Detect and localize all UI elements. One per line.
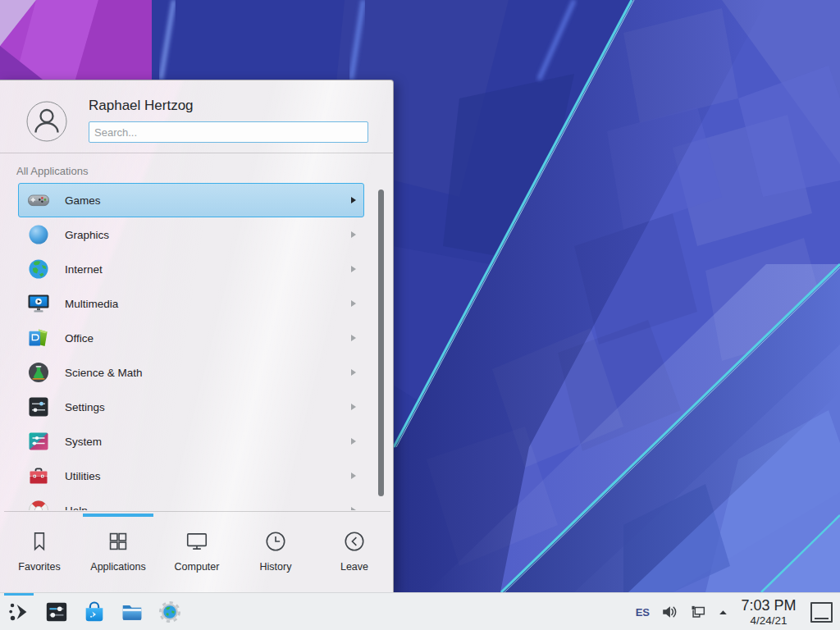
user-name: Raphael Hertzog xyxy=(89,98,194,114)
tab-applications[interactable]: Applications xyxy=(79,511,158,593)
gamepad-icon xyxy=(27,189,50,212)
settings-icon xyxy=(27,395,50,418)
menu-category-utilities[interactable]: Utilities xyxy=(18,459,364,493)
clock-time: 7:03 PM xyxy=(739,598,798,613)
application-launcher-menu: Raphael Hertzog All Applications Games G… xyxy=(0,80,394,592)
clock-icon xyxy=(263,529,288,554)
tray-expander-icon[interactable] xyxy=(718,607,728,618)
help-icon xyxy=(27,499,50,510)
system-settings-icon xyxy=(44,600,69,624)
desktop: Raphael Hertzog All Applications Games G… xyxy=(0,0,840,630)
menu-category-multimedia[interactable]: Multimedia xyxy=(18,286,364,321)
digital-clock[interactable]: 7:03 PM 4/24/21 xyxy=(739,598,798,627)
leave-icon xyxy=(342,529,367,554)
submenu-arrow-icon xyxy=(351,369,356,376)
submenu-arrow-icon xyxy=(351,507,356,510)
submenu-arrow-icon xyxy=(351,438,356,445)
submenu-arrow-icon xyxy=(351,266,356,272)
launcher-header: Raphael Hertzog xyxy=(0,80,393,153)
science-icon xyxy=(27,361,50,384)
menu-category-science-math[interactable]: Science & Math xyxy=(18,355,364,390)
taskbar-application-launcher[interactable] xyxy=(0,593,38,630)
category-list: Games Graphics Internet Multimedia Offic… xyxy=(0,182,394,510)
browser-icon xyxy=(158,600,182,624)
volume-icon[interactable] xyxy=(660,603,678,621)
menu-category-settings[interactable]: Settings xyxy=(18,390,364,424)
taskbar-file-manager[interactable] xyxy=(113,593,151,630)
menu-category-system[interactable]: System xyxy=(18,424,364,459)
discover-icon xyxy=(82,600,107,624)
globe-icon xyxy=(27,258,50,281)
grid-icon xyxy=(106,529,130,554)
search-input[interactable] xyxy=(89,121,368,143)
submenu-arrow-icon xyxy=(351,197,356,203)
submenu-arrow-icon xyxy=(351,335,356,341)
dolphin-icon xyxy=(120,600,144,624)
graphics-icon xyxy=(27,223,50,246)
menu-category-help[interactable]: Help xyxy=(18,493,364,510)
scrollbar-thumb[interactable] xyxy=(378,189,384,496)
user-avatar-icon xyxy=(26,101,67,142)
show-desktop-button[interactable] xyxy=(810,602,833,623)
submenu-arrow-icon xyxy=(351,472,356,479)
taskbar-system-settings[interactable] xyxy=(38,593,75,630)
launcher-tab-bar: Favorites Applications Computer History … xyxy=(0,511,394,593)
utilities-icon xyxy=(27,464,50,487)
taskbar: ES 7:03 PM 4/24/21 xyxy=(0,592,840,630)
menu-category-office[interactable]: Office xyxy=(18,321,364,355)
kickoff-icon xyxy=(7,600,31,624)
menu-category-internet[interactable]: Internet xyxy=(18,252,364,286)
keyboard-layout-indicator[interactable]: ES xyxy=(636,606,650,619)
submenu-arrow-icon xyxy=(351,404,356,410)
clock-date: 4/24/21 xyxy=(739,615,798,627)
taskbar-web-browser[interactable] xyxy=(151,593,189,630)
office-icon xyxy=(27,326,50,349)
tab-computer[interactable]: Computer xyxy=(158,511,236,593)
section-label: All Applications xyxy=(16,165,88,177)
computer-icon xyxy=(185,529,209,554)
system-tray: ES 7:03 PM 4/24/21 xyxy=(636,593,840,630)
tab-favorites[interactable]: Favorites xyxy=(0,511,79,593)
network-wired-icon[interactable] xyxy=(689,603,707,621)
bookmark-icon xyxy=(27,529,52,554)
tab-leave[interactable]: Leave xyxy=(315,511,394,593)
menu-category-graphics[interactable]: Graphics xyxy=(18,217,364,252)
submenu-arrow-icon xyxy=(351,231,356,238)
taskbar-launchers xyxy=(0,593,189,630)
taskbar-discover[interactable] xyxy=(75,593,113,630)
tab-history[interactable]: History xyxy=(236,511,315,593)
system-icon xyxy=(27,430,50,453)
multimedia-icon xyxy=(27,292,50,315)
tray-icons xyxy=(660,603,728,621)
submenu-arrow-icon xyxy=(351,300,356,307)
menu-category-games[interactable]: Games xyxy=(18,183,364,217)
